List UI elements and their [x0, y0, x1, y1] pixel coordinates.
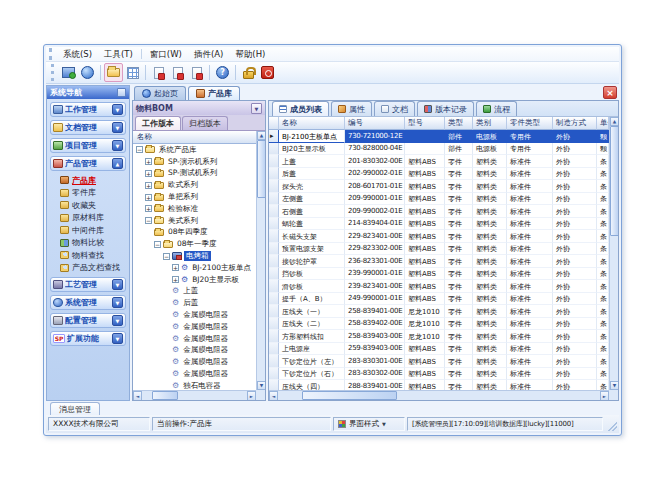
tree-item[interactable]: +单把系列 — [133, 191, 256, 203]
group-work-management[interactable]: 工作管理▼ — [50, 102, 126, 117]
expand-icon[interactable]: + — [172, 276, 179, 283]
tab-properties[interactable]: 属性 — [331, 101, 372, 116]
collapse-icon[interactable]: − — [154, 241, 161, 248]
group-system-management[interactable]: 系统管理▼ — [50, 295, 126, 310]
group-product-management[interactable]: 产品管理▲ — [50, 156, 126, 171]
expand-icon[interactable]: + — [145, 194, 152, 201]
column-header[interactable]: 零件类型 — [507, 117, 553, 130]
chevron-down-icon[interactable]: ▼ — [112, 315, 123, 326]
sidebar-item-product-library[interactable]: 产品库 — [52, 174, 126, 187]
tree-item[interactable]: ⚙上盖 — [133, 286, 256, 298]
collapse-icon[interactable]: − — [163, 253, 170, 260]
tree-vscroll-thumb[interactable] — [257, 140, 265, 198]
tree-item[interactable]: ⚙金属膜电阻器 — [133, 356, 256, 368]
tree-item[interactable]: ⚙金属膜电阻器 — [133, 321, 256, 333]
scroll-right-icon[interactable]: ► — [247, 391, 256, 401]
scroll-up-icon[interactable]: ▲ — [257, 131, 265, 140]
tree-item[interactable]: +SP-测试机系列 — [133, 168, 256, 180]
grid-vscroll-thumb[interactable] — [610, 126, 618, 236]
chevron-down-icon[interactable]: ▼ — [112, 122, 123, 133]
grid-hscroll-thumb[interactable] — [302, 391, 397, 400]
menu-help[interactable]: 帮助(H) — [229, 47, 271, 61]
table-row[interactable]: 上电源座259-839403-00E塑料ABS零件塑料类标准件外协条 — [269, 343, 609, 356]
table-row[interactable]: 滑钞板239-823401-00E塑料ABS零件塑料类标准件外协条 — [269, 280, 609, 293]
tree-item[interactable]: +⚙BJ-2100主板单点 — [133, 262, 256, 274]
tree-vertical-scrollbar[interactable]: ▲ ▼ — [256, 131, 265, 390]
expand-icon[interactable]: + — [145, 158, 152, 165]
expand-icon[interactable]: + — [145, 182, 152, 189]
table-row[interactable]: BJ20主显示板730-828000-04E部件电源板专用件外协颗 — [269, 143, 609, 156]
table-row[interactable]: 后盖202-990002-01E塑料ABS零件塑料类标准件外协条 — [269, 168, 609, 181]
sidebar-item-material-search[interactable]: 物料查找 — [52, 249, 126, 262]
tab-documents[interactable]: 文档 — [374, 101, 415, 116]
scroll-left-icon[interactable]: ◄ — [133, 391, 142, 401]
table-row[interactable]: 长磁头支架229-823401-00E塑料ABS零件塑料类标准件外协条 — [269, 230, 609, 243]
interface-style-button[interactable]: 界面样式 ▼ — [333, 417, 405, 431]
chevron-down-icon[interactable]: ▼ — [112, 140, 123, 151]
report-icon-button[interactable] — [123, 63, 142, 82]
tree-item[interactable]: +⚙BJ20主显示板 — [133, 274, 256, 286]
expand-icon[interactable]: + — [145, 170, 152, 177]
chevron-down-icon[interactable]: ▼ — [112, 279, 123, 290]
chevron-down-icon[interactable]: ▼ — [112, 333, 123, 344]
table-row[interactable]: 提手（A、B）249-990001-01E塑料ABS零件塑料类标准件外协条 — [269, 293, 609, 306]
column-header[interactable]: 类型 — [445, 117, 473, 130]
tree-item[interactable]: −系统产品库 — [133, 144, 256, 156]
table-row[interactable]: 右侧盖209-990002-01E塑料ABS零件塑料类标准件外协条 — [269, 205, 609, 218]
table-row[interactable]: 探头壳208-601701-01E塑料ABS零件塑料类标准件外协条 — [269, 180, 609, 193]
collapse-icon[interactable]: − — [145, 217, 152, 224]
exit-icon-button[interactable] — [258, 63, 277, 82]
group-extended-functions[interactable]: SP扩展功能▼ — [50, 331, 126, 346]
resize-grip[interactable] — [605, 417, 617, 431]
table-row[interactable]: 预置电源支架229-823302-00E塑料ABS零件塑料类标准件外协条 — [269, 243, 609, 256]
table-row[interactable]: 压线夹（四）288-839401-00E塑料ABS零件塑料类标准件外协条 — [269, 380, 609, 390]
column-header[interactable]: 类别 — [473, 117, 507, 130]
message-management-tab[interactable]: 消息管理 — [50, 402, 100, 415]
sidebar-item-intermediate-library[interactable]: 中间件库 — [52, 224, 126, 237]
tab-version-history[interactable]: 版本记录 — [417, 101, 474, 116]
table-row[interactable]: 压线夹（二）258-839402-00E尼龙1010零件塑料类标准件外协条 — [269, 318, 609, 331]
column-header[interactable]: 编号 — [345, 117, 405, 130]
sidebar-item-parts-library[interactable]: 零件库 — [52, 187, 126, 200]
save-doc-icon-button[interactable] — [168, 63, 187, 82]
scroll-down-icon[interactable]: ▼ — [610, 381, 618, 390]
sidebar-item-favorites[interactable]: 收藏夹 — [52, 199, 126, 212]
chevron-up-icon[interactable]: ▲ — [112, 158, 123, 169]
column-header[interactable]: 单位 — [597, 117, 609, 130]
tree-item[interactable]: −08年一季度 — [133, 238, 256, 250]
group-process-management[interactable]: 工艺管理▼ — [50, 277, 126, 292]
tab-archived-version[interactable]: 归档版本 — [182, 116, 228, 130]
tab-member-list[interactable]: 成员列表 — [272, 101, 329, 116]
tree-item[interactable]: ⚙金属膜电阻器 — [133, 333, 256, 345]
globe-icon-button[interactable] — [78, 63, 97, 82]
expand-icon[interactable]: + — [172, 264, 179, 271]
tree-item[interactable]: ⚙独石电容器 — [133, 380, 256, 390]
tree-item[interactable]: ⚙金属膜电阻器 — [133, 368, 256, 380]
toolbar-grip[interactable] — [51, 64, 56, 81]
collapse-icon[interactable]: − — [136, 146, 143, 153]
tree-item[interactable]: −电烤箱 — [133, 250, 256, 262]
table-row[interactable]: ▸BJ-2100主板单点730-721000-12E部件电源板专用件外协颗 — [269, 130, 609, 143]
tree-horizontal-scrollbar[interactable]: ◄ ► — [133, 390, 256, 400]
lock-icon-button[interactable] — [239, 63, 258, 82]
chevron-down-icon[interactable]: ▼ — [112, 104, 123, 115]
tree-item[interactable]: ⚙金属膜电阻器 — [133, 309, 256, 321]
sidebar-item-product-doc-search[interactable]: 产品文档查找 — [52, 262, 126, 275]
chevron-down-icon[interactable]: ▼ — [112, 297, 123, 308]
tree-item[interactable]: −美式系列 — [133, 215, 256, 227]
table-row[interactable]: 蜗轮盖214-839404-01E塑料ABS零件塑料类标准件外协条 — [269, 218, 609, 231]
group-document-management[interactable]: 文档管理▼ — [50, 120, 126, 135]
close-doc-icon-button[interactable] — [149, 63, 168, 82]
refresh-doc-icon-button[interactable] — [187, 63, 206, 82]
scroll-up-icon[interactable]: ▲ — [610, 117, 618, 126]
scroll-left-icon[interactable]: ◄ — [269, 391, 278, 401]
folder-icon-button[interactable] — [104, 63, 123, 82]
navigator-menu-icon[interactable] — [117, 88, 126, 97]
tab-workflow[interactable]: 流程 — [476, 101, 517, 116]
sidebar-item-raw-material-library[interactable]: 原材料库 — [52, 212, 126, 225]
grid-horizontal-scrollbar[interactable]: ◄ ► — [269, 390, 609, 400]
help-icon-button[interactable]: ? — [213, 63, 232, 82]
column-header[interactable]: 制造方式 — [553, 117, 597, 130]
menu-system[interactable]: 系统(S) — [57, 47, 98, 61]
menu-plugins[interactable]: 插件(A) — [188, 47, 229, 61]
